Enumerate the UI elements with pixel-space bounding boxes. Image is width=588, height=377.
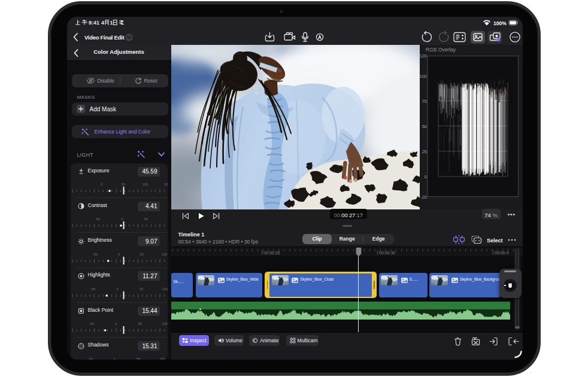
svg-text:50: 50 bbox=[140, 253, 143, 256]
svg-text:25: 25 bbox=[422, 149, 426, 154]
svg-text:0: 0 bbox=[118, 253, 120, 256]
svg-text:Video Final Edit: Video Final Edit bbox=[84, 34, 125, 41]
svg-text:100%: 100% bbox=[493, 20, 507, 26]
svg-text:100: 100 bbox=[161, 253, 166, 256]
svg-text:-50: -50 bbox=[89, 322, 94, 326]
svg-text:0: 0 bbox=[101, 183, 102, 186]
svg-text:0: 0 bbox=[424, 174, 426, 180]
svg-text:100: 100 bbox=[159, 357, 165, 360]
svg-text:50: 50 bbox=[121, 183, 125, 186]
svg-text:-50: -50 bbox=[88, 357, 93, 360]
svg-text:50: 50 bbox=[136, 357, 140, 360]
svg-text:0: 0 bbox=[115, 322, 117, 326]
svg-text:-50: -50 bbox=[95, 217, 100, 221]
svg-text:-50: -50 bbox=[90, 287, 95, 291]
svg-text:150: 150 bbox=[164, 183, 168, 186]
svg-text:100: 100 bbox=[162, 287, 168, 291]
svg-text:0: 0 bbox=[121, 217, 123, 221]
svg-text:75: 75 bbox=[422, 98, 426, 104]
svg-text:1: 1 bbox=[110, 20, 113, 26]
svg-text:-50: -50 bbox=[92, 253, 97, 256]
svg-text:100: 100 bbox=[162, 322, 167, 326]
svg-text:50: 50 bbox=[138, 322, 141, 326]
svg-text:-20: -20 bbox=[420, 194, 427, 200]
svg-text:RGB Overlay: RGB Overlay bbox=[426, 47, 456, 53]
svg-text:4: 4 bbox=[101, 20, 104, 26]
svg-text:00:00:4: 00:00:4 bbox=[495, 251, 508, 255]
svg-text:00:00:15: 00:00:15 bbox=[263, 251, 280, 255]
svg-text:9:41: 9:41 bbox=[89, 20, 99, 26]
svg-text:50: 50 bbox=[422, 124, 426, 129]
svg-text:120: 120 bbox=[420, 53, 427, 59]
svg-text:100: 100 bbox=[143, 183, 148, 186]
svg-text:0: 0 bbox=[113, 357, 115, 360]
svg-text:0: 0 bbox=[116, 287, 118, 291]
svg-text:00:00:30: 00:00:30 bbox=[379, 251, 395, 255]
svg-text:Select: Select bbox=[487, 238, 503, 244]
svg-text:50: 50 bbox=[144, 217, 147, 221]
svg-text:100: 100 bbox=[420, 73, 427, 78]
svg-text:50: 50 bbox=[140, 287, 143, 291]
